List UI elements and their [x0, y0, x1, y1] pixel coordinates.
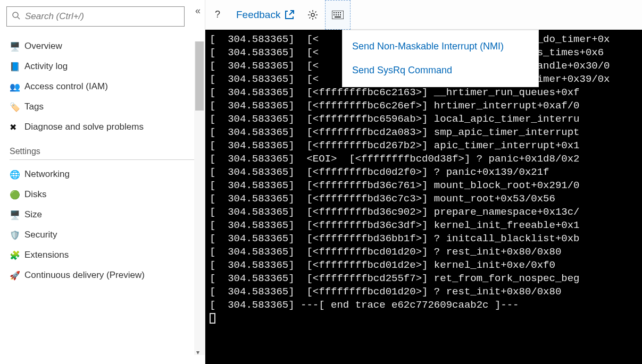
nav-label: Access control (IAM) — [24, 81, 108, 92]
sidebar-item-extensions[interactable]: 🧩Extensions — [6, 245, 188, 265]
sidebar-item-size[interactable]: 🖥️Size — [6, 205, 188, 225]
nav-label: Extensions — [24, 250, 69, 260]
nav-label: Security — [24, 230, 57, 240]
nav-icon: 🟢 — [10, 190, 24, 200]
svg-line-1 — [18, 17, 20, 19]
settings-button[interactable] — [301, 0, 325, 30]
nav-label: Continuous delivery (Preview) — [24, 270, 145, 281]
nav-top-list: 🖥️Overview📘Activity log👥Access control (… — [6, 36, 190, 137]
keyboard-icon — [332, 11, 344, 19]
gear-icon — [307, 10, 318, 20]
sidebar-scroll-thumb[interactable] — [195, 41, 204, 111]
help-button[interactable]: ? — [205, 0, 230, 30]
toolbar: ? Feedback Send Non-Maskable Interrupt (… — [205, 0, 642, 30]
sidebar-item-overview[interactable]: 🖥️Overview — [6, 36, 188, 56]
svg-point-0 — [13, 12, 18, 18]
nav-label: Diagnose and solve problems — [24, 122, 144, 132]
sidebar-item-security[interactable]: 🛡️Security — [6, 225, 188, 245]
collapse-sidebar-button[interactable]: « — [195, 5, 201, 16]
nav-label: Size — [24, 209, 42, 220]
main-panel: ? Feedback Send Non-Maskable Interrupt (… — [205, 0, 642, 364]
svg-rect-11 — [340, 14, 341, 15]
sidebar-item-networking[interactable]: 🌐Networking — [6, 164, 188, 184]
menu-item-send-nmi[interactable]: Send Non-Maskable Interrupt (NMI) — [343, 35, 538, 58]
nav-icon: 🛡️ — [10, 230, 24, 240]
sidebar-item-tags[interactable]: 🏷️Tags — [6, 97, 188, 117]
sidebar-item-activity-log[interactable]: 📘Activity log — [6, 56, 188, 77]
scroll-down-icon[interactable]: ▾ — [196, 349, 199, 356]
menu-item-send-sysrq[interactable]: Send SysRq Command — [343, 58, 538, 82]
nav-icon: 📘 — [10, 62, 24, 72]
svg-rect-7 — [340, 12, 341, 13]
svg-rect-9 — [336, 14, 337, 15]
keyboard-commands-menu: Send Non-Maskable Interrupt (NMI) Send S… — [342, 30, 539, 87]
feedback-button[interactable]: Feedback — [230, 0, 301, 30]
svg-rect-10 — [338, 14, 339, 15]
sidebar-item-access-control-iam[interactable]: 👥Access control (IAM) — [6, 77, 188, 97]
nav-settings-list: 🌐Networking🟢Disks🖥️Size🛡️Security🧩Extens… — [6, 164, 190, 285]
nav-icon: 🧩 — [10, 250, 24, 260]
svg-rect-4 — [333, 12, 335, 13]
keyboard-commands-button[interactable] — [325, 0, 351, 30]
svg-rect-6 — [338, 12, 339, 13]
search-input[interactable] — [6, 6, 185, 27]
nav-icon: 🖥️ — [10, 41, 24, 52]
sidebar-item-diagnose-and-solve-problems[interactable]: ✖Diagnose and solve problems — [6, 117, 188, 137]
console-cursor — [210, 313, 215, 324]
svg-rect-12 — [335, 16, 341, 18]
sidebar-scrollbar[interactable]: ▴ ▾ — [194, 41, 205, 355]
nav-label: Activity log — [24, 61, 68, 72]
nav-label: Networking — [24, 169, 70, 180]
nav-icon: ✖ — [10, 122, 24, 132]
settings-divider — [10, 159, 202, 160]
sidebar-item-disks[interactable]: 🟢Disks — [6, 184, 188, 205]
svg-rect-5 — [336, 12, 337, 13]
feedback-label: Feedback — [236, 9, 280, 21]
nav-icon: 🌐 — [10, 170, 24, 180]
nav-icon: 🖥️ — [10, 210, 24, 220]
nav-label: Disks — [24, 189, 47, 200]
search-icon — [12, 11, 20, 22]
help-icon: ? — [215, 9, 220, 20]
nav-icon: 👥 — [10, 82, 24, 92]
svg-rect-8 — [333, 14, 335, 15]
nav-icon: 🚀 — [10, 270, 24, 281]
nav-label: Tags — [24, 101, 44, 112]
sidebar: « 🖥️Overview📘Activity log👥Access control… — [0, 0, 205, 364]
external-link-icon — [285, 10, 294, 20]
sidebar-item-continuous-delivery-preview[interactable]: 🚀Continuous delivery (Preview) — [6, 265, 188, 285]
nav-label: Overview — [24, 41, 62, 52]
svg-point-2 — [311, 13, 314, 16]
settings-heading: Settings — [10, 147, 205, 156]
nav-icon: 🏷️ — [10, 102, 24, 112]
